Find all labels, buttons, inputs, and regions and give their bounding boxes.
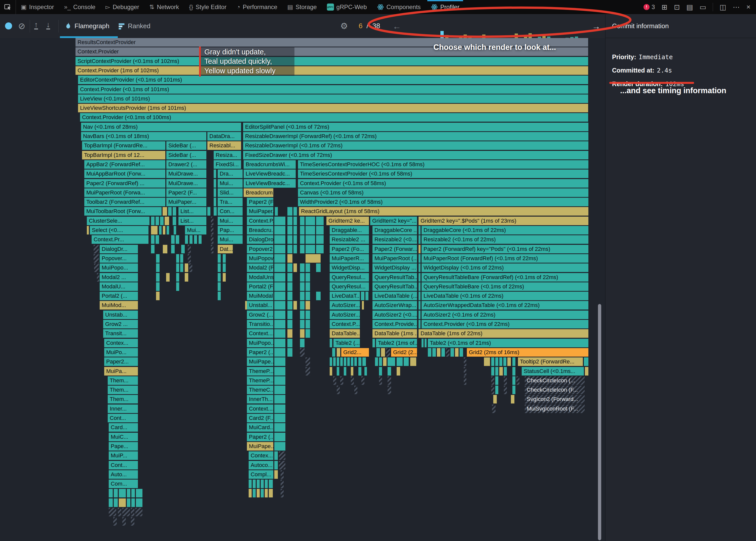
flame-node[interactable]: AppBar2 (ForwardRef...	[84, 160, 165, 169]
flame-node[interactable]: Context.Provider (1ms of 102ms)	[76, 66, 588, 75]
flame-node-small[interactable]	[306, 273, 310, 281]
flame-node-small[interactable]	[293, 264, 297, 272]
flame-node-small[interactable]	[97, 273, 99, 281]
flame-node-small[interactable]	[94, 254, 99, 263]
flame-node[interactable]: List...	[178, 217, 206, 225]
flame-node[interactable]: ThemeC...	[247, 386, 273, 394]
load-profile-button[interactable]: ↑	[34, 21, 38, 29]
flame-node-small[interactable]	[499, 357, 502, 366]
flame-node-small[interactable]	[293, 301, 297, 309]
flame-node-small[interactable]	[379, 376, 382, 385]
flame-node[interactable]: Nav (<0.1ms of 28ms)	[81, 123, 241, 131]
flame-node[interactable]: Tooltip2 (ForwardRe...	[518, 357, 583, 366]
flame-node-small[interactable]	[512, 367, 515, 375]
flame-node-small[interactable]	[249, 480, 252, 488]
flame-node-small[interactable]	[306, 301, 310, 309]
flame-node[interactable]: ModalU...	[100, 282, 138, 291]
flame-node-small[interactable]	[274, 395, 285, 403]
flame-node[interactable]: MuiDrawe...	[166, 170, 206, 178]
flame-node-small[interactable]	[418, 226, 420, 235]
flame-node-small[interactable]	[287, 320, 292, 328]
flame-node-small[interactable]	[119, 498, 126, 507]
flame-node[interactable]: DialogDr...	[100, 245, 138, 254]
flame-node-small[interactable]	[387, 376, 391, 385]
devtools-tab-performance[interactable]: ◔Performance	[232, 0, 282, 14]
flame-node-small[interactable]	[459, 348, 463, 357]
flame-node-small[interactable]	[287, 245, 292, 254]
rulers-icon[interactable]: ▤	[686, 3, 693, 11]
flame-node-small[interactable]	[122, 508, 130, 516]
flame-node-small[interactable]	[274, 367, 285, 375]
flame-node-small[interactable]	[198, 235, 202, 244]
flame-node-small[interactable]	[214, 207, 217, 216]
next-commit-button[interactable]: →	[592, 21, 601, 31]
flame-node-small[interactable]	[118, 508, 121, 516]
flame-node[interactable]: Modal2 ...	[100, 273, 138, 281]
flame-node-small[interactable]	[274, 301, 285, 309]
flame-node-small[interactable]	[421, 339, 423, 347]
flame-node-small[interactable]	[171, 245, 175, 254]
flame-node[interactable]: Breadcru...	[247, 226, 273, 235]
flame-node-small[interactable]	[464, 376, 466, 385]
vertical-scrollbar[interactable]	[598, 304, 601, 540]
flame-node[interactable]: Them...	[108, 386, 138, 394]
flame-node[interactable]: MuiPaper...	[166, 198, 206, 206]
flame-node-small[interactable]	[155, 235, 159, 244]
flame-node[interactable]: Canvas (<0.1ms of 58ms)	[298, 189, 589, 197]
flame-node-small[interactable]	[265, 480, 268, 488]
record-button[interactable]	[5, 22, 12, 29]
flame-node[interactable]: QueryResultTab...	[373, 273, 417, 281]
flame-node[interactable]: Slid...	[218, 189, 243, 197]
flame-node-small[interactable]	[379, 367, 382, 375]
flame-node-small[interactable]	[176, 264, 179, 272]
flame-node[interactable]: LiveDataTable (<0.1ms of 22ms)	[421, 292, 589, 300]
flame-node-small[interactable]	[287, 226, 292, 235]
flame-node-small[interactable]	[185, 273, 188, 281]
flamegraph-canvas[interactable]: ResultsContextProviderContext.ProviderSc…	[0, 38, 605, 541]
flame-node-small[interactable]	[491, 386, 494, 394]
flame-node-small[interactable]	[332, 348, 335, 357]
flame-node-small[interactable]	[218, 264, 221, 272]
flame-node-small[interactable]	[214, 198, 216, 206]
flame-node[interactable]: MuiPaper...	[247, 207, 273, 216]
flame-node[interactable]: ThemeP...	[247, 367, 273, 375]
flame-node[interactable]: TopBarImpl (1ms of 12...	[82, 151, 165, 160]
flame-node-small[interactable]	[180, 264, 183, 272]
measure-icon[interactable]: ▭	[700, 3, 706, 11]
flame-node-small[interactable]	[274, 357, 285, 366]
flame-node[interactable]: Mui...	[218, 217, 243, 225]
flame-node[interactable]: GridItem2 key="...	[370, 217, 417, 225]
flame-node-small[interactable]	[275, 207, 278, 216]
flame-node-small[interactable]	[491, 357, 494, 366]
flame-node-small[interactable]	[504, 376, 507, 385]
flame-node[interactable]: Dra...	[218, 170, 243, 178]
flame-node-small[interactable]	[300, 217, 305, 225]
flame-node-small[interactable]	[499, 367, 503, 375]
flame-node-small[interactable]	[274, 273, 285, 281]
devtools-tab-components[interactable]: Components	[372, 0, 426, 14]
flame-node-small[interactable]	[418, 273, 420, 281]
flame-node-small[interactable]	[131, 489, 135, 497]
flame-node[interactable]: Mui...	[185, 226, 206, 235]
flame-node-small[interactable]	[274, 414, 285, 422]
flame-node-small[interactable]	[383, 357, 386, 366]
flame-node-small[interactable]	[455, 348, 458, 357]
flame-node-small[interactable]	[585, 367, 589, 375]
flame-node-small[interactable]	[274, 310, 285, 319]
flame-node-small[interactable]	[218, 282, 221, 291]
flame-node-small[interactable]	[136, 489, 142, 497]
flame-node-small[interactable]	[511, 395, 514, 403]
flame-node[interactable]: SvgIcon2 (Forward...	[525, 395, 585, 403]
flame-node-small[interactable]	[185, 264, 188, 272]
flame-node[interactable]: Compl...	[249, 470, 273, 479]
flame-node-small[interactable]	[287, 310, 292, 319]
flame-node[interactable]: CheckCircleIcon (F...	[525, 386, 585, 394]
flame-node[interactable]: Resizable2 ...	[330, 235, 369, 244]
flame-node-small[interactable]	[428, 348, 431, 357]
tab-ranked[interactable]: Ranked	[118, 14, 150, 38]
flame-node-small[interactable]	[136, 498, 142, 507]
flame-node[interactable]: Draggable...	[330, 226, 369, 235]
flame-node-small[interactable]	[287, 207, 292, 216]
flame-node[interactable]: WidgetDisp...	[330, 264, 369, 272]
flame-node-small[interactable]	[418, 264, 420, 272]
